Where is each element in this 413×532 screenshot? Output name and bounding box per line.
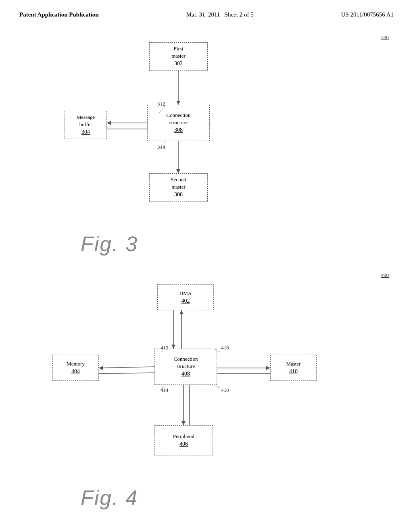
second-master-num: 306: [174, 191, 183, 199]
svg-marker-1: [176, 101, 180, 105]
fig4-diagram-number: 400: [381, 272, 389, 278]
fig4-arrow-label-412: 412: [161, 345, 169, 351]
fig4-connection-box: Connection structure 408: [154, 349, 217, 385]
first-master-line2: master: [171, 52, 186, 60]
fig3-arrow-label-312: 312: [157, 101, 165, 107]
connection-line2: structure: [169, 119, 188, 126]
svg-marker-17: [266, 366, 270, 370]
master-line1: Master: [286, 360, 300, 368]
fig3-connection-box: Connection structure 308: [147, 105, 210, 141]
fig3-arrow-label-314: 314: [157, 144, 165, 150]
header-center: Mar. 31, 2011 Sheet 2 of 5: [186, 11, 254, 18]
dma-num: 402: [181, 297, 190, 305]
fig3-first-master-box: First master 302: [149, 42, 208, 71]
fig4-connection-num: 408: [181, 370, 190, 378]
figure-3-container: 300 First master 302 Connection structur…: [0, 30, 413, 264]
message-buffer-line2: buffer: [79, 121, 92, 128]
connection-line1: Connection: [167, 112, 191, 119]
svg-marker-6: [176, 169, 180, 173]
fig4-dma-box: DMA 402: [157, 284, 214, 310]
connection-num: 308: [174, 126, 183, 134]
fig4-caption: Fig. 4: [81, 486, 138, 510]
svg-line-13: [99, 367, 154, 368]
publication-label: Patent Application Publication: [19, 11, 99, 18]
fig4-memory-box: Memory 404: [52, 355, 99, 381]
fig3-diagram-number: 300: [381, 34, 389, 41]
svg-marker-12: [179, 310, 184, 314]
fig3-second-master-box: Second master 306: [149, 173, 208, 202]
fig3-message-buffer-box: Message buffer 304: [65, 111, 107, 139]
fig4-arrow-label-416: 416: [221, 345, 229, 351]
page-header: Patent Application Publication Mar. 31, …: [0, 0, 413, 18]
fig4-arrow-label-418: 418: [221, 387, 229, 393]
fig4-connection-line1: Connection: [174, 355, 198, 363]
first-master-num: 302: [174, 60, 183, 68]
header-patent-num: US 2011/0075656 A1: [341, 11, 394, 18]
fig4-arrow-label-414: 414: [161, 387, 169, 393]
header-publication: Patent Application Publication: [19, 11, 99, 18]
dma-line1: DMA: [179, 290, 192, 297]
first-master-line1: First: [174, 45, 184, 52]
svg-marker-20: [181, 421, 186, 425]
peripheral-line1: Peripheral: [173, 433, 194, 440]
fig4-master-box: Master 410: [270, 355, 317, 381]
fig4-connection-line2: structure: [177, 363, 195, 370]
svg-marker-14: [99, 366, 103, 370]
master-num: 410: [289, 368, 298, 376]
fig4-peripheral-box: Peripheral 406: [154, 425, 213, 455]
svg-line-15: [99, 373, 154, 374]
second-master-line1: Second: [171, 176, 186, 183]
sheet-label: Sheet 2 of 5: [225, 11, 254, 18]
svg-line-25: [214, 385, 221, 389]
svg-marker-3: [107, 121, 111, 125]
patent-number: US 2011/0075656 A1: [341, 11, 394, 18]
fig3-caption: Fig. 3: [81, 232, 138, 256]
figure-4-container: 400 DMA 402 Connection structure 408 Mem…: [0, 268, 413, 518]
peripheral-num: 406: [179, 440, 188, 448]
date-label: Mar. 31, 2011: [186, 11, 220, 18]
svg-marker-10: [171, 345, 175, 349]
second-master-line2: master: [171, 183, 186, 191]
memory-num: 404: [71, 368, 80, 376]
message-buffer-num: 304: [81, 128, 90, 136]
message-buffer-line1: Message: [77, 114, 95, 121]
memory-line1: Memory: [67, 360, 85, 368]
